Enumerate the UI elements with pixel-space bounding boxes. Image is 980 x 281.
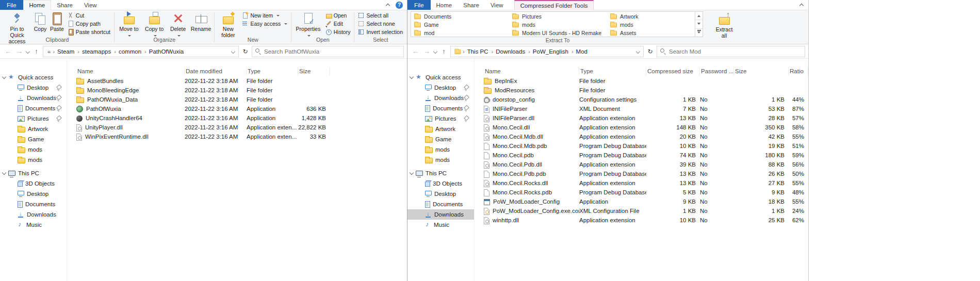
- forward-button[interactable]: [14, 46, 24, 57]
- breadcrumb-segment[interactable]: Mod: [571, 48, 590, 55]
- sidebar-item[interactable]: Documents: [0, 103, 67, 113]
- new-item-button[interactable]: New item: [240, 11, 289, 20]
- tab-file[interactable]: File: [0, 0, 23, 10]
- address-dropdown-icon[interactable]: [636, 49, 640, 54]
- copy-path-button[interactable]: Copy path: [66, 20, 112, 28]
- column-header-size[interactable]: Size: [734, 67, 789, 75]
- sidebar-item[interactable]: Desktop: [0, 189, 67, 199]
- breadcrumb-segment[interactable]: Steam: [52, 48, 76, 55]
- file-row[interactable]: MonoBleedingEdge 2022-11-22 3:18 AM File…: [67, 86, 407, 95]
- address-bar[interactable]: « Steam steamapps common PathOfWuxia: [43, 46, 239, 57]
- file-row[interactable]: AssetBundles 2022-11-22 3:18 AM File fol…: [67, 76, 407, 86]
- forward-button[interactable]: [422, 46, 432, 57]
- expand-chevron-icon[interactable]: [2, 75, 6, 79]
- file-row[interactable]: UnityPlayer.dll 2022-11-22 3:16 AM Appli…: [67, 123, 407, 132]
- select-none-button[interactable]: Select none: [356, 20, 405, 28]
- file-row[interactable]: Mono.Cecil.Mdb.pdb Program Debug Databas…: [475, 141, 808, 151]
- sidebar-item[interactable]: Downloads: [407, 209, 474, 220]
- sidebar-item[interactable]: Game: [407, 134, 474, 144]
- extract-destination-item[interactable]: Pictures: [509, 12, 607, 21]
- file-row[interactable]: ModResources File folder: [475, 86, 808, 95]
- extract-destination-item[interactable]: Documents: [411, 12, 509, 21]
- column-header-ratio[interactable]: Ratio: [789, 67, 808, 75]
- extract-all-button[interactable]: Extract all: [711, 11, 738, 37]
- address-dropdown-icon[interactable]: [231, 49, 235, 54]
- tab-compressed-folder-tools[interactable]: Compressed Folder Tools: [514, 0, 594, 10]
- open-button[interactable]: Open: [323, 11, 353, 20]
- refresh-button[interactable]: [645, 46, 655, 57]
- tab-view[interactable]: View: [485, 0, 509, 10]
- expand-chevron-icon[interactable]: [410, 171, 414, 175]
- tab-share[interactable]: Share: [458, 0, 485, 10]
- extract-destination-item[interactable]: Game: [411, 21, 509, 29]
- tab-home[interactable]: Home: [431, 0, 458, 10]
- up-button[interactable]: [439, 46, 449, 57]
- sidebar-item[interactable]: Quick access: [0, 72, 67, 82]
- minimize-ribbon-icon[interactable]: [799, 3, 804, 7]
- breadcrumb-segment[interactable]: PathOfWuxia: [144, 48, 186, 55]
- file-row[interactable]: PathOfWuxia 2022-11-22 3:16 AM Applicati…: [67, 104, 407, 113]
- copy-to-button[interactable]: Copy to: [142, 11, 167, 37]
- breadcrumb-overflow-icon[interactable]: «: [46, 48, 52, 55]
- sidebar-item[interactable]: 3D Objects: [407, 178, 474, 189]
- edit-button[interactable]: Edit: [323, 20, 353, 28]
- column-header-name[interactable]: Name: [76, 67, 185, 75]
- sidebar-item[interactable]: Desktop: [0, 82, 67, 93]
- search-input[interactable]: Search Mod: [657, 46, 805, 57]
- file-row[interactable]: Mono.Cecil.Pdb.pdb Program Debug Databas…: [475, 169, 808, 178]
- paste-shortcut-button[interactable]: Paste shortcut: [66, 28, 112, 36]
- sidebar-item[interactable]: Music: [407, 220, 474, 230]
- column-header-compressed-size[interactable]: Compressed size: [646, 67, 700, 75]
- column-header-name[interactable]: Name: [484, 67, 579, 75]
- column-header-type[interactable]: Type: [579, 67, 646, 75]
- history-button[interactable]: History: [323, 28, 353, 36]
- search-input[interactable]: Search PathOfWuxia: [252, 46, 404, 57]
- breadcrumb-segment[interactable]: common: [113, 48, 143, 55]
- sidebar-item[interactable]: mods: [0, 155, 67, 165]
- breadcrumb-segment[interactable]: steamapps: [77, 48, 113, 55]
- extract-destination-item[interactable]: Assets: [607, 29, 695, 37]
- file-row[interactable]: UnityCrashHandler64 2022-11-22 3:16 AM A…: [67, 113, 407, 123]
- file-row[interactable]: Mono.Cecil.Rocks.dll Application extensi…: [475, 178, 808, 188]
- sidebar-item[interactable]: Artwork: [0, 124, 67, 134]
- refresh-button[interactable]: [240, 46, 250, 57]
- extract-destination-item[interactable]: mods: [607, 21, 695, 29]
- new-folder-button[interactable]: New folder: [216, 11, 240, 37]
- extract-destination-item[interactable]: Artwork: [607, 12, 695, 21]
- easy-access-button[interactable]: Easy access: [240, 20, 289, 28]
- column-header-date-modified[interactable]: Date modified: [185, 67, 247, 75]
- sidebar-item[interactable]: Downloads: [0, 209, 67, 220]
- sidebar-item[interactable]: Documents: [407, 103, 474, 113]
- sidebar-item[interactable]: Desktop: [407, 82, 474, 93]
- sidebar-item[interactable]: 3D Objects: [0, 178, 67, 189]
- column-header-size[interactable]: Size: [298, 67, 330, 75]
- file-row[interactable]: PoW_ModLoader_Config.exe.config XML Conf…: [475, 206, 808, 216]
- copy-button[interactable]: Copy: [32, 11, 48, 37]
- delete-button[interactable]: Delete: [167, 11, 189, 37]
- file-row[interactable]: INIFileParser.dll Application extension …: [475, 113, 808, 123]
- sidebar-item[interactable]: Downloads: [407, 93, 474, 103]
- sidebar-item[interactable]: Documents: [407, 199, 474, 209]
- select-all-button[interactable]: Select all: [356, 11, 405, 20]
- sidebar-item[interactable]: mods: [407, 155, 474, 165]
- gallery-scroll-down-icon[interactable]: [695, 20, 703, 28]
- breadcrumb-segment[interactable]: Downloads: [491, 48, 528, 55]
- file-row[interactable]: BepInEx File folder: [475, 76, 808, 86]
- sidebar-item[interactable]: Music: [0, 220, 67, 230]
- sidebar-item[interactable]: Pictures: [407, 113, 474, 124]
- rename-button[interactable]: Rename: [189, 11, 213, 37]
- help-button[interactable]: [396, 2, 403, 9]
- back-button[interactable]: [411, 46, 420, 57]
- expand-chevron-icon[interactable]: [2, 171, 6, 175]
- sidebar-item[interactable]: Desktop: [407, 189, 474, 199]
- extract-destination-item[interactable]: mod: [411, 29, 509, 37]
- move-to-button[interactable]: Move to: [116, 11, 142, 37]
- sidebar-item[interactable]: Documents: [0, 199, 67, 209]
- up-button[interactable]: [31, 46, 41, 57]
- recent-locations-icon[interactable]: [433, 49, 437, 54]
- gallery-expand-icon[interactable]: [695, 29, 703, 37]
- sidebar-item[interactable]: This PC: [0, 168, 67, 178]
- sidebar-item[interactable]: Game: [0, 134, 67, 144]
- tab-view[interactable]: View: [78, 0, 103, 10]
- gallery-scroll-up-icon[interactable]: [695, 12, 703, 20]
